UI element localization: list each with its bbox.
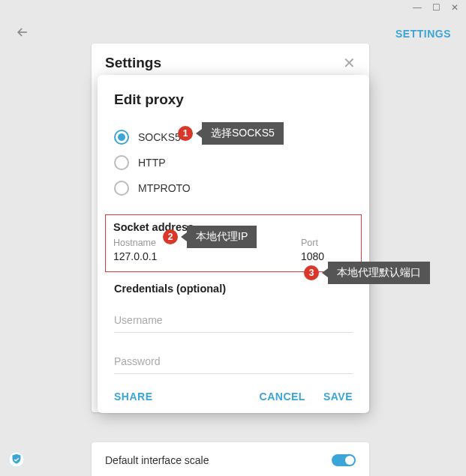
radio-label: HTTP xyxy=(138,157,166,169)
annotation-badge: 1 xyxy=(178,126,193,141)
annotation-1: 1 选择SOCKS5 xyxy=(178,122,284,145)
close-window-button[interactable]: ✕ xyxy=(449,2,460,13)
annotation-2: 2 本地代理IP xyxy=(163,226,257,248)
interface-scale-toggle[interactable] xyxy=(332,454,356,466)
window-controls: — ☐ ✕ xyxy=(405,0,466,15)
dialog-actions: SHARE CANCEL SAVE xyxy=(114,391,353,403)
radio-mtproto[interactable]: MTPROTO xyxy=(114,175,353,201)
hostname-value: 127.0.0.1 xyxy=(113,249,286,264)
settings-title: Settings xyxy=(105,55,161,71)
password-input[interactable] xyxy=(114,349,353,374)
annotation-badge: 3 xyxy=(304,265,319,280)
radio-label: SOCKS5 xyxy=(138,131,181,143)
radio-icon xyxy=(114,155,129,170)
shield-icon xyxy=(8,451,25,468)
port-label: Port xyxy=(301,238,353,248)
dialog-title: Edit proxy xyxy=(114,91,353,108)
minimize-button[interactable]: — xyxy=(411,2,423,13)
radio-http[interactable]: HTTP xyxy=(114,150,353,175)
radio-icon xyxy=(114,181,129,196)
annotation-text: 本地代理IP xyxy=(187,226,257,248)
back-arrow-icon[interactable] xyxy=(15,25,30,43)
save-button[interactable]: SAVE xyxy=(323,391,353,403)
annotation-arrow-icon xyxy=(196,129,202,138)
username-input[interactable] xyxy=(114,308,353,333)
cancel-button[interactable]: CANCEL xyxy=(260,391,305,403)
maximize-button[interactable]: ☐ xyxy=(431,2,442,13)
port-field[interactable]: Port 1080 xyxy=(301,238,353,264)
annotation-badge: 2 xyxy=(163,229,178,244)
share-button[interactable]: SHARE xyxy=(114,391,153,403)
settings-link[interactable]: SETTINGS xyxy=(395,28,451,40)
radio-label: MTPROTO xyxy=(138,182,191,194)
annotation-arrow-icon xyxy=(181,232,187,241)
close-icon[interactable]: ✕ xyxy=(343,54,356,72)
annotation-3: 3 本地代理默认端口 xyxy=(304,262,430,284)
annotation-arrow-icon xyxy=(322,268,328,277)
credentials-label: Credentials (optional) xyxy=(114,283,353,295)
radio-icon xyxy=(114,130,129,145)
interface-scale-label: Default interface scale xyxy=(105,454,209,466)
annotation-text: 选择SOCKS5 xyxy=(202,122,284,145)
interface-scale-row: Default interface scale xyxy=(92,442,369,476)
annotation-text: 本地代理默认端口 xyxy=(328,262,430,284)
